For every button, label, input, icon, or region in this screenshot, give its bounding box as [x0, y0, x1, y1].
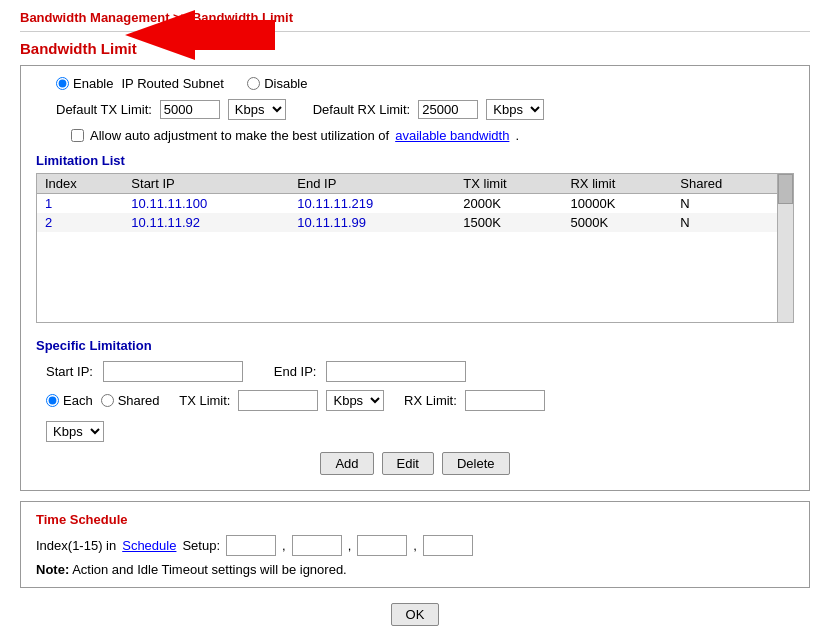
start-ip-label: Start IP:: [46, 364, 93, 379]
available-bandwidth-link[interactable]: available bandwidth: [395, 128, 509, 143]
disable-radio-label[interactable]: Disable: [247, 76, 307, 91]
table-row[interactable]: 110.11.11.10010.11.11.2192000K10000KN: [37, 194, 793, 214]
tx-limit-input[interactable]: [238, 390, 318, 411]
cell-start_ip: 10.11.11.92: [123, 213, 289, 232]
tx-limit-label: TX Limit:: [179, 393, 230, 408]
col-shared: Shared: [672, 174, 777, 194]
default-tx-unit-select[interactable]: Kbps Mbps: [228, 99, 286, 120]
svg-marker-0: [125, 10, 275, 60]
col-rx-limit: RX limit: [562, 174, 672, 194]
cell-tx_limit: 1500K: [455, 213, 562, 232]
cell-shared: N: [672, 213, 777, 232]
default-rx-unit-select[interactable]: Kbps Mbps: [486, 99, 544, 120]
time-schedule-row: Index(1-15) in Schedule Setup: , , ,: [36, 535, 794, 556]
col-start-ip: Start IP: [123, 174, 289, 194]
table-scrollbar[interactable]: [777, 174, 793, 322]
limitation-list-title: Limitation List: [36, 153, 794, 168]
note-row: Note: Action and Idle Timeout settings w…: [36, 562, 794, 577]
tx-limit-unit-select[interactable]: Kbps Mbps: [326, 390, 384, 411]
cell-index: 2: [37, 213, 123, 232]
end-ip-label: End IP:: [274, 364, 317, 379]
ok-button[interactable]: OK: [391, 603, 440, 626]
limitation-table-container: Index Start IP End IP TX limit RX limit …: [36, 173, 794, 323]
enable-radio-label[interactable]: Enable: [56, 76, 113, 91]
cell-index: 1: [37, 194, 123, 214]
cell-start_ip: 10.11.11.100: [123, 194, 289, 214]
col-index: Index: [37, 174, 123, 194]
enable-row: Enable IP Routed Subnet Disable: [36, 76, 794, 91]
each-radio[interactable]: [46, 394, 59, 407]
schedule-link[interactable]: Schedule: [122, 538, 176, 553]
page-title: Bandwidth Limit: [20, 40, 810, 57]
schedule-input-2[interactable]: [292, 535, 342, 556]
default-tx-input[interactable]: [160, 100, 220, 119]
auto-adjust-checkbox[interactable]: [71, 129, 84, 142]
add-button[interactable]: Add: [320, 452, 373, 475]
start-end-ip-row: Start IP: End IP:: [36, 361, 794, 382]
start-ip-input[interactable]: [103, 361, 243, 382]
disable-radio[interactable]: [247, 77, 260, 90]
ok-row: OK: [20, 603, 810, 626]
col-end-ip: End IP: [289, 174, 455, 194]
specific-limitation-section: Specific Limitation Start IP: End IP: Ea…: [36, 338, 794, 475]
limitation-table: Index Start IP End IP TX limit RX limit …: [37, 174, 793, 232]
cell-rx_limit: 10000K: [562, 194, 672, 214]
cell-tx_limit: 2000K: [455, 194, 562, 214]
schedule-input-4[interactable]: [423, 535, 473, 556]
ip-routed-label: IP Routed Subnet: [121, 76, 223, 91]
note-label: Note:: [36, 562, 69, 577]
time-schedule-box: Time Schedule Index(1-15) in Schedule Se…: [20, 501, 810, 588]
enable-radio[interactable]: [56, 77, 69, 90]
default-rx-input[interactable]: [418, 100, 478, 119]
setup-label: Setup:: [182, 538, 220, 553]
cell-end_ip: 10.11.11.219: [289, 194, 455, 214]
shared-radio-label[interactable]: Shared: [101, 393, 160, 408]
bandwidth-limit-box: Enable IP Routed Subnet Disable Default …: [20, 65, 810, 491]
end-ip-input[interactable]: [326, 361, 466, 382]
shared-radio[interactable]: [101, 394, 114, 407]
limitation-section: Limitation List Index Start IP End IP TX…: [36, 153, 794, 323]
default-rx-label: Default RX Limit:: [313, 102, 411, 117]
auto-adjust-label: Allow auto adjustment to make the best u…: [90, 128, 389, 143]
schedule-input-3[interactable]: [357, 535, 407, 556]
cell-rx_limit: 5000K: [562, 213, 672, 232]
table-scrollbar-thumb[interactable]: [778, 174, 793, 204]
specific-limitation-title: Specific Limitation: [36, 338, 794, 353]
default-tx-label: Default TX Limit:: [56, 102, 152, 117]
cell-end_ip: 10.11.11.99: [289, 213, 455, 232]
auto-adjust-row: Allow auto adjustment to make the best u…: [36, 128, 794, 143]
rx-limit-label: RX Limit:: [404, 393, 457, 408]
note-text: Action and Idle Timeout settings will be…: [72, 562, 347, 577]
action-buttons-row: Add Edit Delete: [36, 452, 794, 475]
schedule-input-1[interactable]: [226, 535, 276, 556]
tx-rx-row: Default TX Limit: Kbps Mbps Default RX L…: [36, 99, 794, 120]
each-radio-label[interactable]: Each: [46, 393, 93, 408]
each-shared-row: Each Shared TX Limit: Kbps Mbps RX Limit…: [36, 390, 794, 411]
table-header-row: Index Start IP End IP TX limit RX limit …: [37, 174, 793, 194]
table-row[interactable]: 210.11.11.9210.11.11.991500K5000KN: [37, 213, 793, 232]
rx-unit-row: Kbps Mbps: [36, 421, 794, 442]
cell-shared: N: [672, 194, 777, 214]
index-label: Index(1-15) in: [36, 538, 116, 553]
edit-button[interactable]: Edit: [382, 452, 434, 475]
delete-button[interactable]: Delete: [442, 452, 510, 475]
time-schedule-title: Time Schedule: [36, 512, 794, 527]
col-tx-limit: TX limit: [455, 174, 562, 194]
rx-limit-unit-select[interactable]: Kbps Mbps: [46, 421, 104, 442]
rx-limit-input[interactable]: [465, 390, 545, 411]
red-arrow-icon: [115, 10, 275, 65]
